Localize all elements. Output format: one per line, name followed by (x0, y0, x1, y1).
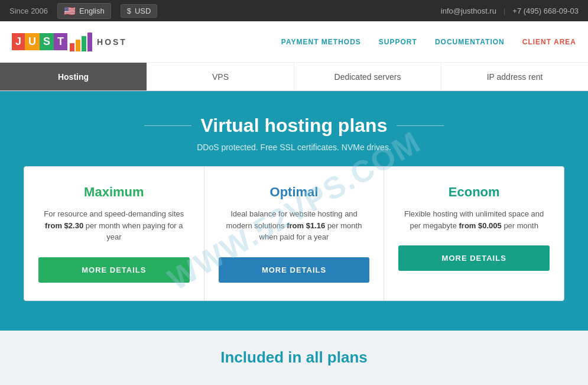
language-label: English (79, 7, 105, 15)
plan-price-maximum: from $2.30 (45, 221, 83, 230)
logo-bar-1 (70, 43, 74, 51)
nav-payment[interactable]: PAYMENT METHODS (281, 38, 361, 46)
main-navbar: Hosting VPS Dedicated servers IP address… (0, 63, 588, 91)
hero-section: WWW.52VPS.COM Virtual hosting plans DDoS… (0, 91, 588, 331)
included-title: Included in all plans (12, 348, 576, 367)
navbar-item-vps[interactable]: VPS (147, 63, 294, 90)
contact-email: info@justhost.ru (441, 7, 496, 15)
navbar-item-ip[interactable]: IP address rent (441, 63, 588, 90)
plan-title-econom: Econom (398, 185, 550, 200)
navbar-label-ip: IP address rent (487, 72, 543, 82)
contact-phone: +7 (495) 668-09-03 (512, 7, 579, 15)
logo[interactable]: J U S T HOST (12, 33, 127, 51)
logo-bar-2 (76, 40, 80, 51)
plan-desc-suffix-econom: per month (502, 221, 538, 230)
plan-desc-prefix-maximum: For resource and speed-demanding sites (44, 209, 184, 218)
plan-price-econom: from $0.005 (459, 221, 502, 230)
hero-title: Virtual hosting plans (201, 115, 388, 137)
divider: | (503, 7, 505, 15)
language-selector[interactable]: 🇺🇸 English (57, 3, 111, 19)
logo-letter-j: J (12, 33, 25, 50)
navbar-item-hosting[interactable]: Hosting (0, 63, 147, 90)
plans-container: Maximum For resource and speed-demanding… (24, 166, 564, 301)
plan-btn-optimal[interactable]: MORE DETAILS (219, 257, 370, 283)
nav-support[interactable]: SUPPORT (379, 38, 417, 46)
navbar-label-hosting: Hosting (58, 72, 89, 82)
plan-btn-maximum[interactable]: MORE DETAILS (38, 257, 190, 283)
header-nav: PAYMENT METHODS SUPPORT DOCUMENTATION CL… (281, 38, 576, 46)
hero-subtitle: DDoS protected. Free SSL certificates. N… (12, 143, 576, 152)
since-text: Since 2006 (9, 7, 48, 15)
plan-desc-maximum: For resource and speed-demanding sites f… (38, 208, 190, 243)
plan-title-optimal: Optimal (219, 185, 370, 200)
navbar-item-dedicated[interactable]: Dedicated servers (294, 63, 441, 90)
header: J U S T HOST PAYMENT METHODS SUPPORT DOC… (0, 21, 588, 63)
logo-host-text: HOST (97, 37, 127, 47)
hero-line-right (397, 125, 444, 126)
logo-bars (70, 33, 92, 51)
plan-price-optimal: from $1.16 (287, 221, 325, 230)
plan-btn-econom[interactable]: MORE DETAILS (398, 245, 550, 271)
currency-label: USD (135, 7, 151, 15)
logo-bar-4 (87, 33, 92, 51)
plan-desc-optimal: Ideal balance for website hosting and mo… (219, 208, 370, 243)
logo-letter-t: T (54, 33, 67, 50)
flag-icon: 🇺🇸 (64, 5, 76, 17)
plan-title-maximum: Maximum (38, 185, 190, 200)
included-section: Included in all plans (0, 331, 588, 384)
topbar-right: info@justhost.ru | +7 (495) 668-09-03 (441, 7, 579, 15)
topbar: Since 2006 🇺🇸 English $ USD info@justhos… (0, 0, 588, 21)
nav-documentation[interactable]: DOCUMENTATION (435, 38, 505, 46)
plan-card-econom: Econom Flexible hosting with unlimited s… (384, 167, 564, 300)
plan-card-optimal: Optimal Ideal balance for website hostin… (204, 167, 385, 300)
navbar-label-dedicated: Dedicated servers (334, 72, 401, 82)
currency-symbol: $ (127, 7, 131, 15)
logo-bar-3 (82, 36, 86, 51)
logo-letter-s: S (40, 33, 54, 50)
logo-letters: J U S T (12, 33, 67, 50)
nav-client-area[interactable]: CLIENT AREA (522, 38, 576, 46)
plan-desc-suffix-maximum: per month when paying for a year (83, 221, 183, 242)
hero-line-left (144, 125, 191, 126)
plan-card-maximum: Maximum For resource and speed-demanding… (24, 167, 204, 300)
topbar-left: Since 2006 🇺🇸 English $ USD (9, 3, 157, 19)
plan-desc-econom: Flexible hosting with unlimited space an… (398, 208, 550, 231)
currency-selector[interactable]: $ USD (121, 4, 158, 18)
logo-letter-u: U (25, 33, 40, 50)
navbar-label-vps: VPS (212, 72, 229, 82)
hero-divider: Virtual hosting plans (12, 115, 576, 137)
